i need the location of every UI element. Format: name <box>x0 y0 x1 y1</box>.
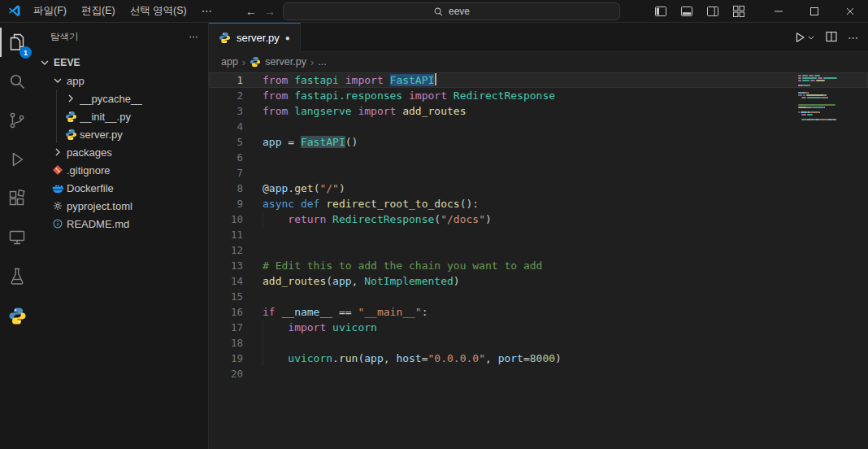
maximize-button[interactable] <box>796 0 832 23</box>
tree-item-dockerfile[interactable]: Dockerfile <box>34 179 208 197</box>
tree-item-packages[interactable]: packages <box>34 143 208 161</box>
tree-item-app[interactable]: app <box>34 72 208 89</box>
line-number[interactable]: 5 <box>209 134 243 150</box>
line-text[interactable] <box>243 165 868 181</box>
history-back-button[interactable]: ← <box>245 6 257 17</box>
customize-layout-icon[interactable] <box>728 2 749 21</box>
code-line-20[interactable]: 20 <box>209 366 868 381</box>
line-number[interactable]: 9 <box>209 196 243 211</box>
line-text[interactable]: import uvicorn <box>243 320 868 335</box>
line-text[interactable]: return RedirectResponse("/docs") <box>243 211 868 227</box>
menu-item-2[interactable]: 선택 영역(S) <box>123 2 194 20</box>
activitybar-source-control[interactable] <box>0 101 34 140</box>
code-line-11[interactable]: 11 <box>209 227 868 242</box>
line-text[interactable]: async def redirect_root_to_docs(): <box>243 196 868 211</box>
line-number[interactable]: 6 <box>209 150 243 165</box>
toggle-primary-sidebar-icon[interactable] <box>650 2 671 21</box>
code-line-5[interactable]: 5app = FastAPI() <box>209 134 868 150</box>
line-text[interactable] <box>243 150 868 165</box>
minimize-button[interactable] <box>761 0 796 23</box>
line-number[interactable]: 2 <box>209 88 243 103</box>
line-number[interactable]: 16 <box>209 304 243 320</box>
line-text[interactable] <box>243 289 868 304</box>
activitybar-extensions[interactable] <box>0 179 34 218</box>
sidebar-more-actions-button[interactable]: ⋯ <box>189 31 199 42</box>
menu-item-1[interactable]: 편집(E) <box>74 2 123 20</box>
line-text[interactable]: # Edit this to add the chain you want to… <box>243 258 868 273</box>
activitybar-testing[interactable] <box>0 257 34 296</box>
history-forward-button[interactable]: → <box>264 6 276 17</box>
breadcrumb-symbol[interactable]: ... <box>318 56 326 68</box>
activitybar-python[interactable] <box>0 296 34 335</box>
line-number[interactable]: 13 <box>209 258 243 273</box>
line-text[interactable]: from fastapi import FastAPI <box>243 72 868 88</box>
code-line-18[interactable]: 18 <box>209 335 868 351</box>
activitybar-run-debug[interactable] <box>0 140 34 179</box>
editor-more-actions-button[interactable]: ⋯ <box>848 32 858 44</box>
run-python-file-button[interactable] <box>793 31 815 44</box>
line-number[interactable]: 4 <box>209 119 243 134</box>
line-number[interactable]: 1 <box>209 72 243 88</box>
tree-item-readme-md[interactable]: README.md <box>34 215 208 233</box>
modified-indicator[interactable]: ● <box>285 34 290 42</box>
code-line-17[interactable]: 17 import uvicorn <box>209 320 868 335</box>
code-editor[interactable]: 1from fastapi import FastAPI2from fastap… <box>209 72 868 449</box>
tree-item-server-py[interactable]: server.py <box>34 125 208 143</box>
toggle-secondary-sidebar-icon[interactable] <box>702 2 723 21</box>
code-line-6[interactable]: 6 <box>209 150 868 165</box>
code-line-10[interactable]: 10 return RedirectResponse("/docs") <box>209 211 868 227</box>
line-number[interactable]: 19 <box>209 351 243 366</box>
line-number[interactable]: 7 <box>209 165 243 181</box>
tree-item-eeve[interactable]: EEVE <box>34 54 208 72</box>
code-line-3[interactable]: 3from langserve import add_routes <box>209 103 868 119</box>
code-line-2[interactable]: 2from fastapi.responses import RedirectR… <box>209 88 868 103</box>
code-line-12[interactable]: 12 <box>209 242 868 258</box>
code-line-15[interactable]: 15 <box>209 289 868 304</box>
line-text[interactable]: @app.get("/") <box>243 181 868 196</box>
line-text[interactable] <box>243 227 868 242</box>
code-line-1[interactable]: 1from fastapi import FastAPI <box>209 72 868 88</box>
line-number[interactable]: 18 <box>209 335 243 351</box>
line-number[interactable]: 8 <box>209 181 243 196</box>
split-editor-button[interactable] <box>825 30 838 46</box>
line-text[interactable]: app = FastAPI() <box>243 134 868 150</box>
command-center-search[interactable]: eeve <box>283 2 620 20</box>
activitybar-remote-explorer[interactable] <box>0 218 34 257</box>
activitybar-search[interactable] <box>0 62 34 101</box>
tree-item-pyproject-toml[interactable]: pyproject.toml <box>34 197 208 215</box>
code-line-4[interactable]: 4 <box>209 119 868 134</box>
activitybar-explorer[interactable]: 1 <box>0 23 34 62</box>
tab-server-py[interactable]: server.py ● <box>209 23 301 52</box>
line-text[interactable]: add_routes(app, NotImplemented) <box>243 273 868 289</box>
line-text[interactable]: from langserve import add_routes <box>243 103 868 119</box>
code-line-14[interactable]: 14add_routes(app, NotImplemented) <box>209 273 868 289</box>
line-number[interactable]: 14 <box>209 273 243 289</box>
menu-item-0[interactable]: 파일(F) <box>26 2 74 20</box>
line-text[interactable] <box>243 335 868 351</box>
toggle-panel-icon[interactable] <box>676 2 697 21</box>
line-text[interactable]: from fastapi.responses import RedirectRe… <box>243 88 868 103</box>
line-number[interactable]: 20 <box>209 366 243 381</box>
line-number[interactable]: 11 <box>209 227 243 242</box>
line-text[interactable]: uvicorn.run(app, host="0.0.0.0", port=80… <box>243 351 868 366</box>
line-number[interactable]: 12 <box>209 242 243 258</box>
tree-item-gitignore[interactable]: .gitignore <box>34 161 208 179</box>
tree-item-pycache[interactable]: __pycache__ <box>34 89 208 107</box>
tree-item-init-py[interactable]: __init__.py <box>34 107 208 125</box>
line-text[interactable] <box>243 366 868 381</box>
line-text[interactable]: if __name__ == "__main__": <box>243 304 868 320</box>
line-number[interactable]: 15 <box>209 289 243 304</box>
line-number[interactable]: 10 <box>209 211 243 227</box>
breadcrumb-file[interactable]: server.py <box>265 56 306 68</box>
code-line-16[interactable]: 16if __name__ == "__main__": <box>209 304 868 320</box>
minimap[interactable] <box>798 75 857 124</box>
menu-overflow-button[interactable]: ⋯ <box>194 5 220 17</box>
line-text[interactable] <box>243 242 868 258</box>
line-text[interactable] <box>243 119 868 134</box>
code-line-13[interactable]: 13# Edit this to add the chain you want … <box>209 258 868 273</box>
line-number[interactable]: 17 <box>209 320 243 335</box>
breadcrumb-folder[interactable]: app <box>221 56 238 68</box>
code-line-19[interactable]: 19 uvicorn.run(app, host="0.0.0.0", port… <box>209 351 868 366</box>
close-button[interactable] <box>832 0 868 23</box>
code-line-7[interactable]: 7 <box>209 165 868 181</box>
